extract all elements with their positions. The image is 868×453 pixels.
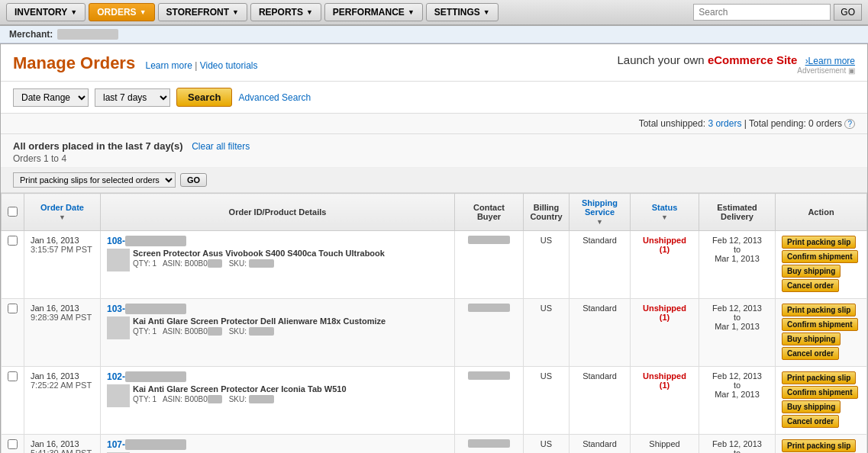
nav-storefront[interactable]: STOREFRONT ▼ — [158, 3, 247, 21]
product-image-0 — [107, 249, 130, 271]
bulk-action-bar-top: Print packing slips for selected orders … — [1, 168, 867, 193]
shipping-service-sort-link[interactable]: Shipping Service — [582, 198, 618, 217]
ad-learn-more[interactable]: ›Learn more — [805, 56, 855, 66]
bulk-action-go-top[interactable]: GO — [180, 173, 207, 187]
unshipped-orders-link[interactable]: 3 orders — [708, 118, 741, 129]
th-action: Action — [776, 194, 867, 231]
total-unshipped-label: Total unshipped: — [639, 118, 705, 129]
launch-text: Launch your own eCommerce Site ›Learn mo… — [617, 53, 855, 66]
th-checkbox — [2, 194, 24, 231]
reports-arrow: ▼ — [306, 8, 313, 16]
action-btn-0-3[interactable]: Cancel order — [782, 279, 839, 292]
row-checkbox-2[interactable] — [8, 371, 18, 381]
th-billing-country: Billing Country — [524, 194, 570, 231]
nav-inventory[interactable]: INVENTORY ▼ — [6, 3, 86, 21]
shipping-service-cell: Standard — [570, 435, 631, 454]
clear-filters-link[interactable]: Clear all filters — [192, 141, 250, 152]
billing-country-cell: US — [524, 435, 570, 454]
contact-buyer-cell — [455, 299, 524, 367]
merchant-value — [57, 29, 118, 40]
action-cell: Print packing slipEdit shipmentsRefund o… — [776, 435, 867, 454]
order-id-link-3[interactable]: 107- — [107, 439, 186, 450]
learn-more-link[interactable]: Learn more — [146, 60, 192, 71]
filters-bar: Date Range last 7 days last 14 days last… — [1, 82, 867, 114]
action-btn-2-0[interactable]: Print packing slip — [782, 371, 856, 384]
order-id-link-1[interactable]: 103- — [107, 304, 186, 314]
table-row: Jan 16, 20133:15:57 PM PST 108- Screen P… — [2, 231, 867, 299]
filter-title: All orders placed in the last 7 day(s) C… — [13, 140, 855, 152]
stats-help-icon[interactable]: ? — [844, 119, 855, 129]
product-title-2: Kai Anti Glare Screen Protector Acer Ico… — [133, 384, 347, 394]
nav-settings[interactable]: SETTINGS ▼ — [426, 3, 499, 21]
estimated-delivery-cell: Feb 12, 2013toMar 1, 2013 — [699, 299, 776, 367]
performance-arrow: ▼ — [408, 8, 415, 16]
status-sort-link[interactable]: Status — [652, 203, 678, 212]
contact-buyer-cell — [455, 435, 524, 454]
search-input[interactable] — [693, 4, 831, 21]
product-title-1: Kai Anti Glare Screen Protector Dell Ali… — [133, 316, 386, 326]
ad-area: Launch your own eCommerce Site ›Learn mo… — [617, 53, 855, 75]
order-id-link-2[interactable]: 102- — [107, 371, 186, 382]
th-shipping-service: Shipping Service ▼ — [570, 194, 631, 231]
separator: | — [195, 60, 197, 71]
product-image-2 — [107, 384, 130, 407]
order-details-cell: 108- Screen Protector Asus Vivobook S400… — [101, 231, 455, 299]
bulk-action-select-top[interactable]: Print packing slips for selected orders … — [13, 172, 176, 188]
search-button[interactable]: Search — [176, 88, 232, 107]
inventory-arrow: ▼ — [70, 8, 77, 16]
order-date-cell: Jan 16, 20137:25:22 AM PST — [24, 367, 101, 435]
action-btn-3-0[interactable]: Print packing slip — [782, 439, 856, 452]
status-cell: Unshipped (1) — [631, 231, 699, 299]
search-area: GO — [693, 4, 862, 21]
search-go-button[interactable]: GO — [834, 4, 862, 21]
orders-header: All orders placed in the last 7 day(s) C… — [1, 134, 867, 168]
page-title: Manage Orders — [13, 53, 135, 72]
row-checkbox-0[interactable] — [8, 236, 18, 246]
order-date-cell: Jan 16, 20135:41:30 AM PST — [24, 435, 101, 454]
nav-performance[interactable]: PERFORMANCE ▼ — [324, 3, 423, 21]
status-badge: Shipped — [649, 439, 679, 448]
order-date-cell: Jan 16, 20139:28:39 AM PST — [24, 299, 101, 367]
filter-date-select[interactable]: last 7 days last 14 days last 30 days Cu… — [95, 88, 170, 107]
nav-orders[interactable]: ORDERS ▼ — [89, 3, 154, 21]
action-btn-0-0[interactable]: Print packing slip — [782, 236, 856, 249]
filter-type-select[interactable]: Date Range — [13, 88, 89, 107]
order-details-cell: 103- Kai Anti Glare Screen Protector Del… — [101, 299, 455, 367]
advanced-search-link[interactable]: Advanced Search — [238, 92, 311, 103]
shipping-service-cell: Standard — [570, 231, 631, 299]
page-title-area: Manage Orders Learn more | Video tutoria… — [13, 53, 258, 73]
estimated-delivery-cell: Feb 12, 2013toMar 1, 2013 — [699, 367, 776, 435]
th-order-details: Order ID/Product Details — [101, 194, 455, 231]
action-btn-1-3[interactable]: Cancel order — [782, 347, 839, 360]
product-image-1 — [107, 316, 130, 339]
select-all-checkbox[interactable] — [8, 207, 18, 217]
product-title-0: Screen Protector Asus Vivobook S400 S400… — [133, 249, 385, 258]
row-checkbox-3[interactable] — [8, 439, 18, 449]
table-row: Jan 16, 20135:41:30 AM PST 107- Kai Anti… — [2, 435, 867, 454]
action-btn-2-2[interactable]: Buy shipping — [782, 400, 841, 413]
action-btn-0-2[interactable]: Buy shipping — [782, 265, 841, 278]
status-badge: Unshipped (1) — [643, 236, 686, 254]
row-checkbox-1[interactable] — [8, 304, 18, 313]
total-pending-label: Total pending: 0 orders — [749, 118, 842, 129]
action-btn-2-3[interactable]: Cancel order — [782, 415, 839, 428]
nav-reports[interactable]: REPORTS ▼ — [250, 3, 321, 21]
th-contact-buyer: Contact Buyer — [455, 194, 524, 231]
action-btn-1-2[interactable]: Buy shipping — [782, 333, 841, 345]
shipping-service-cell: Standard — [570, 367, 631, 435]
orders-arrow: ▼ — [140, 8, 147, 16]
billing-country-cell: US — [524, 299, 570, 367]
video-tutorials-link[interactable]: Video tutorials — [200, 60, 258, 71]
stats-bar: Total unshipped: 3 orders | Total pendin… — [1, 114, 867, 134]
status-cell: Shipped — [631, 435, 699, 454]
order-id-link-0[interactable]: 108- — [107, 236, 186, 246]
orders-count: Orders 1 to 4 — [13, 153, 855, 164]
order-date-sort-link[interactable]: Order Date — [40, 203, 84, 212]
action-btn-1-1[interactable]: Confirm shipment — [782, 318, 858, 331]
action-btn-0-1[interactable]: Confirm shipment — [782, 250, 858, 263]
billing-country-cell: US — [524, 231, 570, 299]
estimated-delivery-cell: Feb 12, 2013toMar 1, 2013 — [699, 435, 776, 454]
action-btn-1-0[interactable]: Print packing slip — [782, 304, 856, 316]
status-cell: Unshipped (1) — [631, 299, 699, 367]
action-btn-2-1[interactable]: Confirm shipment — [782, 386, 858, 399]
